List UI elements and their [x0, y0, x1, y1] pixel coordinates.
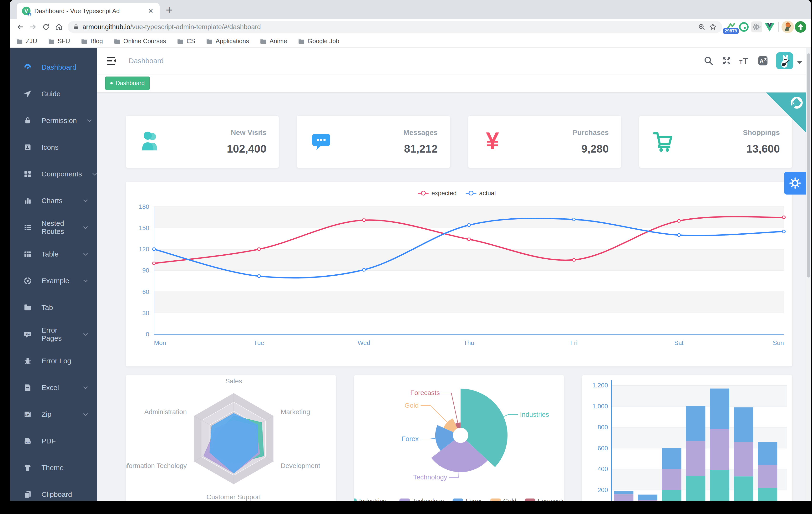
bookmark-applications[interactable]: Applications	[206, 37, 249, 45]
browser-tab[interactable]: VTS Dashboard - Vue Typescript Ad ✕	[17, 3, 160, 19]
svg-text:120: 120	[139, 246, 149, 253]
sidebar-item-label: Error Log	[41, 357, 71, 365]
bookmark-google-job[interactable]: Google Job	[298, 37, 339, 45]
chevron-down-icon	[82, 384, 89, 391]
bookmark-zju[interactable]: ZJU	[16, 37, 37, 45]
sidebar-item-label: Example	[41, 277, 69, 285]
forward-button[interactable]	[27, 21, 39, 33]
bar-segment	[662, 448, 682, 469]
svg-text:actual: actual	[479, 190, 496, 197]
sidebar-item-example[interactable]: Example	[10, 268, 97, 294]
sidebar-item-error-pages[interactable]: 404Error Pages	[10, 321, 97, 348]
sidebar-item-label: Components	[41, 170, 82, 178]
translate-icon[interactable]: A	[756, 53, 770, 68]
bookmark-star-icon[interactable]	[709, 23, 717, 31]
sidebar-item-theme[interactable]: Theme	[10, 454, 97, 481]
tab-close-icon[interactable]: ✕	[147, 7, 154, 15]
sidebar-item-pdf[interactable]: PDFPDF	[10, 428, 97, 454]
fullscreen-icon[interactable]	[719, 53, 734, 68]
new-tab-button[interactable]: +	[166, 4, 173, 16]
stat-card-messages[interactable]: Messages81,212	[297, 116, 450, 168]
zoom-icon[interactable]	[698, 23, 705, 31]
radar-chart[interactable]: SalesAdministrationInformation Techology…	[126, 375, 336, 501]
svg-text:expected: expected	[432, 190, 457, 197]
sidebar-item-icons[interactable]: Icons	[10, 134, 97, 161]
extension-green-icon[interactable]	[737, 21, 750, 33]
bar-chart[interactable]: 2004006008001,0001,200	[582, 375, 792, 501]
github-corner-ribbon[interactable]	[766, 92, 806, 133]
bar-segment	[758, 488, 778, 501]
sidebar-item-charts[interactable]: Charts	[10, 187, 97, 214]
browser-update-button[interactable]	[794, 21, 807, 33]
hamburger-button[interactable]	[104, 53, 119, 68]
extension-vue-icon[interactable]	[763, 21, 776, 33]
sidebar-item-components[interactable]: Components	[10, 161, 97, 187]
scrollbar-thumb[interactable]	[807, 53, 810, 277]
stat-value: 102,400	[227, 142, 266, 155]
breadcrumb[interactable]: Dashboard	[129, 57, 164, 65]
tag-dashboard[interactable]: Dashboard	[105, 77, 150, 90]
tab-icon	[23, 303, 32, 312]
table-icon	[23, 250, 32, 259]
line-chart-card: 0306090120150180MonTueWedThuFriSatSunexp…	[126, 182, 792, 367]
svg-text:90: 90	[142, 267, 149, 274]
stat-card-purchases[interactable]: ¥Purchases9,280	[468, 116, 621, 168]
settings-button[interactable]	[784, 172, 806, 194]
svg-text:Forecasts: Forecasts	[410, 389, 440, 397]
sidebar-item-nested-routes[interactable]: Nested Routes	[10, 214, 97, 241]
folder-icon	[114, 38, 121, 44]
text-size-icon[interactable]: TT	[737, 53, 752, 68]
sidebar-item-excel[interactable]: Excel	[10, 374, 97, 401]
sidebar-item-label: Excel	[41, 384, 59, 392]
chevron-down-icon[interactable]	[797, 61, 802, 64]
components-icon	[23, 170, 32, 178]
extension-react-icon[interactable]	[750, 21, 763, 33]
svg-text:200: 200	[598, 486, 608, 493]
svg-text:¥: ¥	[486, 130, 499, 153]
sidebar-item-table[interactable]: Table	[10, 241, 97, 268]
chevron-down-icon	[86, 117, 92, 124]
excel-icon	[23, 383, 32, 392]
sidebar-item-permission[interactable]: Permission	[10, 107, 97, 134]
bar-segment	[758, 465, 778, 488]
lock-icon	[23, 116, 32, 125]
bar-segment	[638, 500, 658, 501]
pie-chart[interactable]: IndustriesTechnologyForexGoldForecastsIn…	[354, 375, 564, 501]
profile-avatar[interactable]	[781, 21, 794, 33]
stat-value: 9,280	[573, 142, 609, 155]
extension-mail-icon[interactable]: 29879	[725, 21, 737, 33]
home-button[interactable]	[52, 21, 65, 33]
bookmark-cs[interactable]: CS	[177, 37, 195, 45]
lock-icon	[73, 23, 79, 30]
sidebar-item-guide[interactable]: Guide	[10, 81, 97, 107]
svg-text:30: 30	[142, 309, 149, 317]
dashboard-content: New Visits102,400Messages81,212¥Purchase…	[97, 92, 811, 501]
sidebar-item-dashboard[interactable]: Dashboard	[10, 54, 97, 81]
tab-strip: VTS Dashboard - Vue Typescript Ad ✕ +	[10, 0, 811, 19]
svg-text:1,000: 1,000	[592, 403, 608, 410]
bar-segment	[686, 406, 705, 441]
app-area: DashboardGuidePermissionIconsComponentsC…	[10, 48, 811, 501]
pie-chart-card: IndustriesTechnologyForexGoldForecastsIn…	[354, 375, 564, 501]
bookmark-sfu[interactable]: SFU	[48, 37, 70, 45]
bookmark-blog[interactable]: Blog	[81, 37, 103, 45]
user-avatar[interactable]	[776, 52, 793, 70]
refresh-button[interactable]	[39, 21, 52, 33]
bar-segment	[710, 388, 730, 429]
stat-card-new-visits[interactable]: New Visits102,400	[126, 116, 279, 168]
page-scrollbar[interactable]	[806, 48, 811, 501]
sidebar-item-clipboard[interactable]: Clipboard	[10, 481, 97, 501]
sidebar-item-tab[interactable]: Tab	[10, 294, 97, 321]
sidebar-item-label: Theme	[41, 464, 64, 472]
line-chart[interactable]: 0306090120150180MonTueWedThuFriSatSunexp…	[126, 182, 792, 367]
sidebar-item-label: Table	[41, 250, 59, 258]
sidebar-item-zip[interactable]: ZIPZip	[10, 401, 97, 428]
back-button[interactable]	[14, 21, 27, 33]
bookmark-anime[interactable]: Anime	[260, 37, 287, 45]
url-bar[interactable]: armour.github.io/vue-typescript-admin-te…	[68, 21, 722, 33]
search-icon[interactable]	[701, 53, 716, 68]
bar-chart-card: 2004006008001,0001,200	[582, 375, 792, 501]
sidebar-item-error-log[interactable]: Error Log	[10, 348, 97, 374]
bar-segment	[662, 469, 682, 490]
bookmark-online-courses[interactable]: Online Courses	[114, 37, 166, 45]
